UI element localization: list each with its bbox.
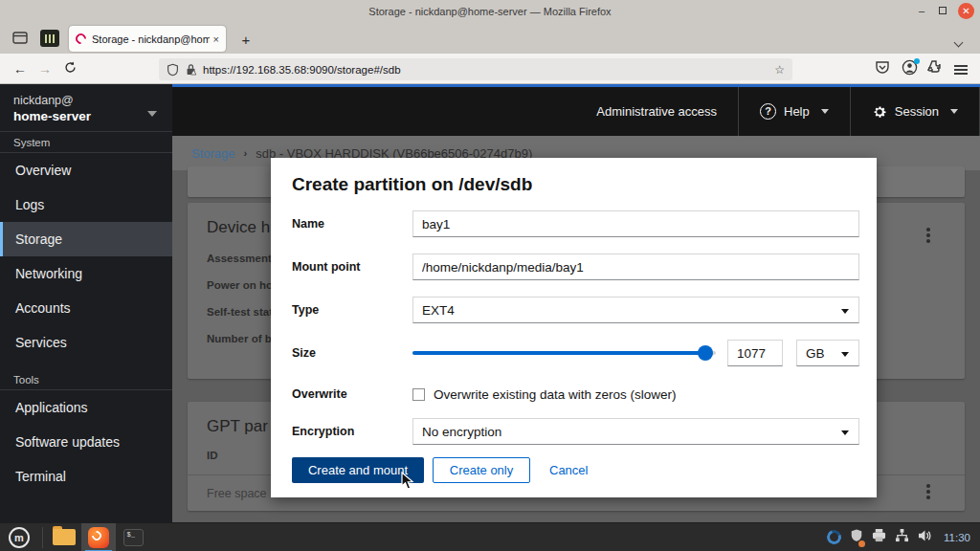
admin-access-indicator[interactable]: Administrative access [575, 87, 738, 136]
pocket-icon [875, 59, 890, 75]
sidebar-item-services[interactable]: Services [0, 325, 172, 360]
breadcrumb-separator-icon: › [244, 147, 248, 159]
shield-alert-dot [858, 540, 865, 547]
host-switcher[interactable]: nickdanp@ home-server [0, 84, 172, 131]
window-titlebar: Storage - nickdanp@home-server — Mozilla… [0, 0, 980, 23]
close-button[interactable]: ✕ [958, 3, 974, 19]
firefox-taskbar-button[interactable] [81, 523, 116, 551]
session-menu[interactable]: Session [851, 87, 979, 136]
gear-icon [872, 104, 887, 120]
chevron-down-icon [841, 430, 849, 435]
cockpit-favicon-icon [74, 32, 89, 47]
encryption-label: Encryption [292, 425, 412, 438]
files-taskbar-button[interactable] [47, 523, 81, 551]
maximize-icon [939, 7, 947, 14]
kebab-menu-icon[interactable] [926, 228, 930, 246]
mint-menu-button[interactable]: m [0, 523, 38, 551]
taskbar-clock[interactable]: 11:30 [944, 532, 970, 543]
cancel-link[interactable]: Cancel [549, 463, 588, 477]
account-notification-dot [914, 58, 920, 64]
new-tab-button[interactable]: + [235, 30, 256, 51]
maximize-button[interactable] [934, 4, 951, 19]
terminal-taskbar-button[interactable]: $_ [116, 523, 150, 551]
update-manager-icon[interactable] [825, 528, 844, 547]
sidebar-item-terminal[interactable]: Terminal [0, 459, 172, 494]
url-text: https://192.168.35.68:9090/storage#/sdb [203, 64, 774, 76]
extension-toolbar-icon[interactable] [40, 30, 59, 47]
url-bar[interactable]: https://192.168.35.68:9090/storage#/sdb … [159, 58, 792, 80]
divider [42, 527, 43, 548]
minimize-button[interactable]: – [913, 4, 930, 19]
pocket-button[interactable] [873, 59, 892, 78]
system-tray: 11:30 [827, 528, 980, 546]
forward-button[interactable]: → [34, 59, 56, 78]
type-select[interactable]: EXT4 [412, 297, 859, 323]
size-label: Size [292, 346, 412, 360]
firefox-view-button[interactable] [8, 28, 33, 49]
chevron-down-icon [954, 38, 964, 48]
overwrite-checkbox[interactable] [412, 388, 425, 401]
browser-tab[interactable]: Storage - nickdanp@home-s × [69, 26, 226, 52]
folder-icon [53, 529, 76, 545]
sidebar-item-logs[interactable]: Logs [0, 187, 172, 222]
create-partition-dialog: Create partition on /dev/sdb Name Mount … [271, 158, 877, 497]
help-icon: ? [760, 103, 776, 120]
extensions-button[interactable] [924, 59, 944, 78]
size-value-input[interactable] [727, 340, 783, 366]
size-slider[interactable] [412, 340, 716, 366]
sidebar-item-networking[interactable]: Networking [0, 256, 172, 291]
section-label-tools: Tools [0, 369, 172, 389]
overwrite-label: Overwrite [292, 387, 412, 401]
hamburger-menu-button[interactable] [951, 59, 970, 78]
mint-logo-icon: m [9, 527, 30, 548]
tab-close-icon[interactable]: × [210, 33, 219, 45]
sidebar-item-accounts[interactable]: Accounts [0, 291, 172, 325]
cockpit-sidebar: nickdanp@ home-server System Overview Lo… [0, 84, 172, 522]
chevron-down-icon [841, 309, 849, 314]
host-user: nickdanp@ [13, 94, 159, 107]
size-unit-select[interactable]: GB [796, 340, 859, 366]
desktop-taskbar: m $_ 11:30 [0, 522, 980, 551]
firefox-view-icon [12, 31, 28, 45]
firewall-shield-icon[interactable] [850, 528, 863, 546]
help-menu[interactable]: ? Help [739, 87, 850, 136]
section-label-system: System [0, 132, 172, 152]
sidebar-item-applications[interactable]: Applications [0, 390, 172, 425]
slider-handle[interactable] [698, 345, 713, 361]
puzzle-icon [926, 59, 942, 75]
chevron-down-icon [950, 109, 958, 114]
bookmark-star-icon[interactable]: ☆ [774, 63, 785, 77]
type-label: Type [292, 303, 412, 317]
overwrite-checkbox-text: Overwrite existing data with zeros (slow… [434, 387, 677, 402]
slider-fill [412, 351, 705, 355]
printer-tray-icon[interactable] [872, 529, 886, 546]
volume-tray-icon[interactable] [918, 529, 932, 546]
chevron-down-icon [841, 352, 849, 357]
back-button[interactable]: ← [10, 59, 31, 78]
encryption-select[interactable]: No encryption [412, 418, 859, 445]
tracking-shield-icon [167, 63, 179, 77]
mouse-cursor [401, 472, 415, 490]
sidebar-item-storage[interactable]: Storage [0, 222, 172, 256]
create-only-button[interactable]: Create only [433, 457, 530, 483]
cockpit-masthead: Administrative access ? Help Session [172, 84, 980, 136]
name-input[interactable] [412, 210, 859, 237]
mount-point-label: Mount point [292, 260, 412, 274]
window-title: Storage - nickdanp@home-server — Mozilla… [0, 0, 980, 23]
chevron-down-icon [821, 109, 829, 114]
chevron-down-icon [147, 111, 157, 117]
firefox-icon [88, 527, 109, 548]
reload-button[interactable] [59, 59, 80, 78]
terminal-icon: $_ [123, 529, 144, 546]
account-button[interactable] [900, 59, 919, 78]
sidebar-item-overview[interactable]: Overview [0, 153, 172, 187]
mount-point-input[interactable] [412, 253, 859, 280]
kebab-menu-icon[interactable] [926, 484, 930, 502]
network-tray-icon[interactable] [895, 529, 909, 546]
lock-warning-icon [186, 63, 196, 76]
list-all-tabs-button[interactable] [955, 33, 972, 46]
sidebar-item-software-updates[interactable]: Software updates [0, 425, 172, 459]
breadcrumb-storage-link[interactable]: Storage [191, 146, 235, 161]
dialog-title: Create partition on /dev/sdb [292, 174, 532, 195]
host-name: home-server [13, 109, 159, 123]
